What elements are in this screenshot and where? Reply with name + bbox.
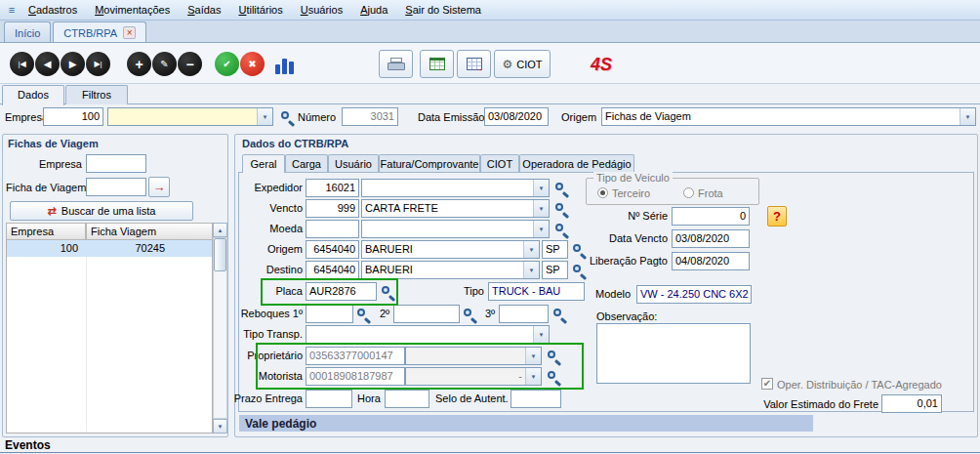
print-button[interactable] <box>379 50 413 78</box>
hora-input[interactable] <box>385 390 429 408</box>
vencto-combo[interactable]: CARTA FRETE ▼ <box>361 199 550 218</box>
column-header-empresa[interactable]: Empresa <box>6 223 86 240</box>
expedidor-code-input[interactable]: 16021 <box>306 179 359 197</box>
chevron-down-icon[interactable]: ▼ <box>525 348 541 364</box>
destino-combo[interactable]: BARUERI ▼ <box>361 261 540 279</box>
expedidor-combo[interactable]: ▼ <box>361 179 550 197</box>
moeda-code-input[interactable] <box>306 220 359 238</box>
search-icon[interactable] <box>355 307 371 322</box>
proprietario-combo[interactable]: ▼ <box>405 347 542 365</box>
tab-inicio[interactable]: Início <box>4 21 51 42</box>
tipo-veiculo-input[interactable]: TRUCK - BAU <box>488 282 585 301</box>
num-serie-input[interactable]: 0 <box>672 207 750 226</box>
edit-record-button[interactable]: ✎ <box>152 52 177 76</box>
destino-uf-input[interactable]: SP <box>542 261 568 279</box>
menu-movimentacoes[interactable]: Movimentações <box>86 1 179 19</box>
oper-distribuicao-checkbox[interactable]: ✔ <box>761 378 773 390</box>
nav-first-button[interactable]: |◀ <box>10 52 34 76</box>
menu-ajuda[interactable]: Ajuda <box>351 1 396 19</box>
origem-combo[interactable]: Fichas de Viagem ▼ <box>601 107 976 126</box>
proprietario-doc-input[interactable]: 03563377000147 <box>306 347 405 365</box>
modelo-input[interactable]: VW - 24.250 CNC 6X2 <box>636 285 752 304</box>
buscar-lista-button[interactable]: ⇄ Buscar de uma lista <box>10 201 193 221</box>
tab-usuario[interactable]: Usuário <box>328 154 379 172</box>
data-vencto-input[interactable]: 03/08/2020 <box>672 229 750 248</box>
vencto-code-input[interactable]: 999 <box>306 199 359 218</box>
search-icon[interactable] <box>546 369 561 385</box>
motorista-combo[interactable]: - ▼ <box>405 367 542 386</box>
chevron-down-icon[interactable]: ▼ <box>523 241 539 258</box>
tab-operadora-pedagio[interactable]: Operadora de Pedágio <box>519 154 634 172</box>
selo-autent-input[interactable] <box>510 390 561 408</box>
help-button[interactable]: ? <box>767 206 787 227</box>
nav-last-button[interactable]: ▶| <box>86 52 110 76</box>
prazo-entrega-input[interactable] <box>306 390 352 408</box>
chevron-down-icon[interactable]: ▼ <box>525 368 541 385</box>
table-row[interactable]: 100 70245 <box>7 240 212 257</box>
scrollbar-up-button[interactable]: ▲ <box>213 223 227 237</box>
tab-geral[interactable]: Geral <box>242 154 285 173</box>
ctrb-origem-uf-input[interactable]: SP <box>542 240 568 259</box>
menu-saidas[interactable]: Saídas <box>179 1 229 19</box>
radio-frota[interactable] <box>683 187 694 198</box>
chevron-down-icon[interactable]: ▼ <box>533 326 549 343</box>
nav-next-button[interactable]: ▶ <box>61 52 85 76</box>
reboque1-input[interactable] <box>306 305 353 323</box>
radio-terceiro[interactable] <box>597 187 608 198</box>
destino-code-input[interactable]: 6454040 <box>306 261 359 279</box>
data-emissao-input[interactable]: 03/08/2020 <box>484 107 549 126</box>
search-icon[interactable] <box>553 222 569 237</box>
delete-record-button[interactable]: − <box>178 52 202 76</box>
liberacao-pagto-input[interactable]: 04/08/2020 <box>672 252 750 270</box>
empresa-name-combo[interactable]: ▼ <box>107 107 273 126</box>
close-icon[interactable]: × <box>123 26 136 39</box>
chevron-down-icon[interactable]: ▼ <box>533 180 549 196</box>
fichas-ficha-input[interactable] <box>86 178 146 196</box>
chevron-down-icon[interactable]: ▼ <box>523 262 539 278</box>
tab-carga[interactable]: Carga <box>285 154 328 172</box>
scrollbar-thumb[interactable] <box>214 238 226 271</box>
tab-filtros[interactable]: Filtros <box>65 85 128 104</box>
motorista-doc-input[interactable]: 00018908187987 <box>306 367 405 386</box>
chevron-down-icon[interactable]: ▼ <box>257 108 272 125</box>
chevron-down-icon[interactable]: ▼ <box>533 200 549 217</box>
menu-sair[interactable]: Sair do Sistema <box>396 1 490 19</box>
confirm-button[interactable]: ✔ <box>215 52 239 76</box>
spreadsheet-button[interactable] <box>420 50 454 78</box>
valor-frete-input[interactable]: 0,01 <box>881 394 942 413</box>
moeda-combo[interactable]: ▼ <box>361 220 550 238</box>
chevron-down-icon[interactable]: ▼ <box>960 108 975 125</box>
cancel-button[interactable]: ✖ <box>240 52 265 76</box>
fichas-empresa-input[interactable] <box>86 154 146 173</box>
menu-usuarios[interactable]: Usuários <box>292 1 351 19</box>
chevron-down-icon[interactable]: ▼ <box>533 221 549 237</box>
observacao-textarea[interactable] <box>596 323 751 384</box>
add-record-button[interactable]: + <box>127 52 151 76</box>
placa-input[interactable]: AUR2876 <box>306 282 377 301</box>
empresa-code-input[interactable]: 100 <box>43 107 103 126</box>
search-icon[interactable] <box>553 201 569 217</box>
tab-dados[interactable]: Dados <box>2 85 64 105</box>
search-icon[interactable] <box>380 284 395 300</box>
tab-ctrb-rpa[interactable]: CTRB/RPA × <box>53 21 146 42</box>
scrollbar-down-button[interactable]: ▼ <box>213 419 227 433</box>
transfer-button[interactable]: → <box>457 50 491 78</box>
nav-prev-button[interactable]: ◀ <box>35 52 60 76</box>
search-icon[interactable] <box>279 109 295 125</box>
tipo-transp-combo[interactable]: ▼ <box>306 325 550 344</box>
menu-cadastros[interactable]: Cadastros <box>20 1 86 19</box>
ctrb-origem-code-input[interactable]: 6454040 <box>306 240 359 259</box>
search-icon[interactable] <box>553 181 569 196</box>
ciot-button[interactable]: ⚙ CIOT <box>494 50 551 78</box>
column-header-ficha-viagem[interactable]: Ficha Viagem <box>86 223 213 240</box>
search-icon[interactable] <box>546 349 561 364</box>
numero-input[interactable]: 3031 <box>342 107 398 126</box>
reboque3-input[interactable] <box>499 305 549 323</box>
chart-button[interactable] <box>273 53 297 76</box>
open-ficha-button[interactable]: → <box>148 177 170 197</box>
tab-fatura-comprovante[interactable]: Fatura/Comprovante <box>379 154 480 172</box>
ctrb-origem-combo[interactable]: BARUERI ▼ <box>361 240 540 259</box>
search-icon[interactable] <box>551 307 567 322</box>
app-menu-icon[interactable]: ≡ <box>4 4 20 16</box>
search-icon[interactable] <box>462 307 477 322</box>
